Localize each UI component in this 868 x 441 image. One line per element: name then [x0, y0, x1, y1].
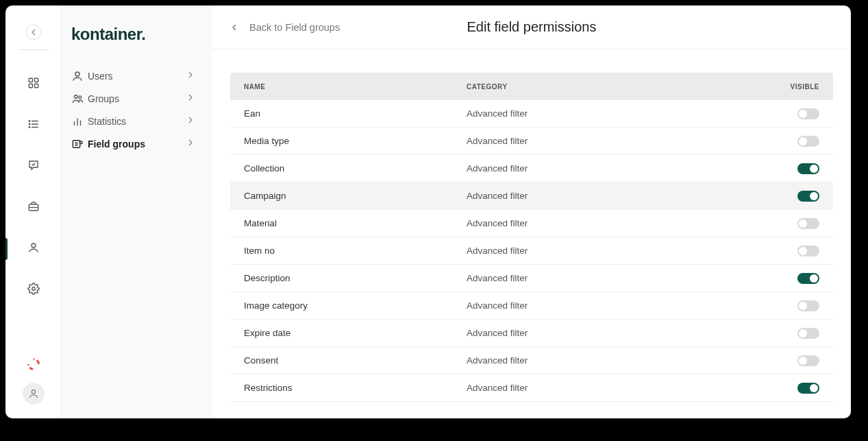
row-name: Consent: [230, 355, 467, 366]
sidebar: kontainer. UsersGroupsStatisticsField gr…: [62, 5, 212, 418]
help-icon: [25, 355, 42, 372]
col-header-category: CATEGORY: [467, 83, 778, 91]
row-visible-cell: [778, 218, 833, 229]
fieldgroup-icon: [71, 138, 88, 150]
table-row[interactable]: Expire dateAdvanced filter: [230, 320, 833, 347]
rail-divider: [18, 49, 49, 50]
row-name: Media type: [230, 136, 467, 146]
table-row[interactable]: Media typeAdvanced filter: [230, 128, 833, 155]
svg-point-22: [79, 141, 82, 143]
visible-toggle[interactable]: [797, 108, 819, 119]
rail-item-gear[interactable]: [5, 270, 62, 311]
row-category: Advanced filter: [467, 136, 778, 146]
collapse-button[interactable]: [26, 25, 41, 40]
table-row[interactable]: Item noAdvanced filter: [230, 237, 833, 265]
svg-point-14: [32, 390, 35, 394]
row-name: Campaign: [230, 191, 467, 201]
table-row[interactable]: EanAdvanced filter: [230, 100, 833, 128]
briefcase-icon: [27, 200, 40, 215]
table-row[interactable]: CollectionAdvanced filter: [230, 155, 833, 182]
user-icon: [27, 241, 40, 257]
table-row[interactable]: RestrictionsAdvanced filter: [230, 374, 833, 402]
visible-toggle[interactable]: [797, 383, 819, 394]
main-header: Back to Field groups Edit field permissi…: [212, 5, 851, 49]
row-category: Advanced filter: [467, 191, 778, 201]
help-button[interactable]: [5, 358, 62, 370]
row-category: Advanced filter: [467, 300, 778, 311]
svg-point-17: [79, 95, 82, 98]
visible-toggle[interactable]: [797, 246, 819, 257]
row-name: Restrictions: [230, 383, 467, 393]
row-visible-cell: [778, 273, 833, 284]
content: NAME CATEGORY VISIBLE EanAdvanced filter…: [212, 49, 851, 418]
svg-point-16: [75, 95, 78, 98]
rail-item-chat[interactable]: [5, 146, 62, 187]
chevron-right-icon: [185, 115, 196, 128]
visible-toggle[interactable]: [797, 355, 819, 366]
row-name: Ean: [230, 108, 467, 119]
row-category: Advanced filter: [467, 355, 778, 366]
visible-toggle[interactable]: [797, 218, 819, 229]
row-visible-cell: [778, 108, 833, 119]
sidebar-item-label: Statistics: [88, 116, 185, 127]
rail-item-user[interactable]: [5, 228, 62, 270]
chevron-right-icon: [185, 69, 196, 82]
table-row[interactable]: Image categoryAdvanced filter: [230, 292, 833, 320]
row-category: Advanced filter: [467, 383, 778, 393]
user-icon: [28, 388, 39, 399]
table-row[interactable]: ConsentAdvanced filter: [230, 347, 833, 374]
list-icon: [27, 118, 40, 133]
row-category: Advanced filter: [467, 218, 778, 228]
visible-toggle[interactable]: [797, 163, 819, 174]
svg-rect-3: [34, 84, 38, 88]
sidebar-item-statistics[interactable]: Statistics: [62, 110, 206, 132]
svg-point-12: [32, 243, 36, 248]
visible-toggle[interactable]: [797, 136, 819, 147]
row-category: Advanced filter: [467, 163, 778, 174]
stats-icon: [71, 115, 88, 128]
sidebar-item-label: Groups: [88, 93, 185, 104]
svg-rect-0: [29, 78, 32, 82]
table-row[interactable]: DescriptionAdvanced filter: [230, 265, 833, 292]
rail-item-list[interactable]: [5, 105, 62, 146]
row-visible-cell: [778, 136, 833, 147]
rail-item-apps[interactable]: [5, 64, 62, 105]
table-header: NAME CATEGORY VISIBLE: [230, 73, 833, 100]
visible-toggle[interactable]: [797, 328, 819, 339]
row-name: Expire date: [230, 328, 467, 338]
table-row[interactable]: CampaignAdvanced filter: [230, 182, 833, 210]
row-category: Advanced filter: [467, 108, 778, 119]
sidebar-item-field-groups[interactable]: Field groups: [62, 132, 206, 155]
back-link[interactable]: Back to Field groups: [229, 22, 340, 33]
app-window: kontainer. UsersGroupsStatisticsField gr…: [5, 5, 851, 418]
svg-point-7: [29, 121, 30, 122]
sidebar-item-label: Field groups: [88, 139, 185, 150]
chat-icon: [27, 159, 40, 174]
row-visible-cell: [778, 300, 833, 311]
row-name: Description: [230, 273, 467, 283]
svg-point-8: [29, 123, 30, 125]
row-name: Image category: [230, 300, 467, 311]
table-row[interactable]: MaterialAdvanced filter: [230, 210, 833, 237]
row-name: Collection: [230, 163, 467, 174]
visible-toggle[interactable]: [797, 191, 819, 202]
visible-toggle[interactable]: [797, 300, 819, 311]
row-visible-cell: [778, 191, 833, 202]
chevron-left-icon: [229, 22, 240, 33]
account-avatar[interactable]: [23, 383, 45, 405]
sidebar-item-groups[interactable]: Groups: [62, 87, 206, 110]
col-header-visible: VISIBLE: [778, 83, 833, 91]
row-name: Item no: [230, 246, 467, 256]
svg-rect-21: [73, 140, 80, 147]
back-label: Back to Field groups: [249, 22, 340, 33]
visible-toggle[interactable]: [797, 273, 819, 284]
sidebar-item-users[interactable]: Users: [62, 64, 206, 87]
row-category: Advanced filter: [467, 246, 778, 256]
svg-rect-2: [29, 84, 32, 88]
row-visible-cell: [778, 383, 833, 394]
row-visible-cell: [778, 246, 833, 257]
row-visible-cell: [778, 328, 833, 339]
col-header-name: NAME: [230, 83, 467, 91]
chevron-right-icon: [185, 137, 196, 150]
rail-item-briefcase[interactable]: [5, 187, 62, 228]
